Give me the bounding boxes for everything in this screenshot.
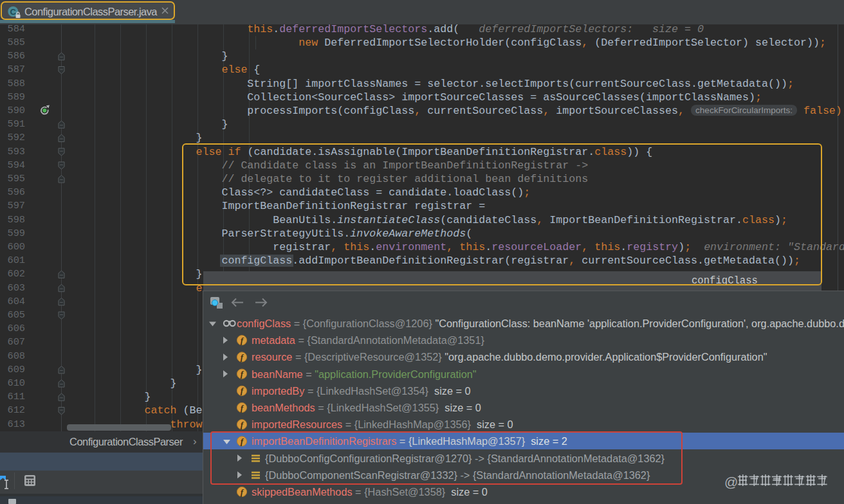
svg-text:@: @ (724, 474, 738, 489)
